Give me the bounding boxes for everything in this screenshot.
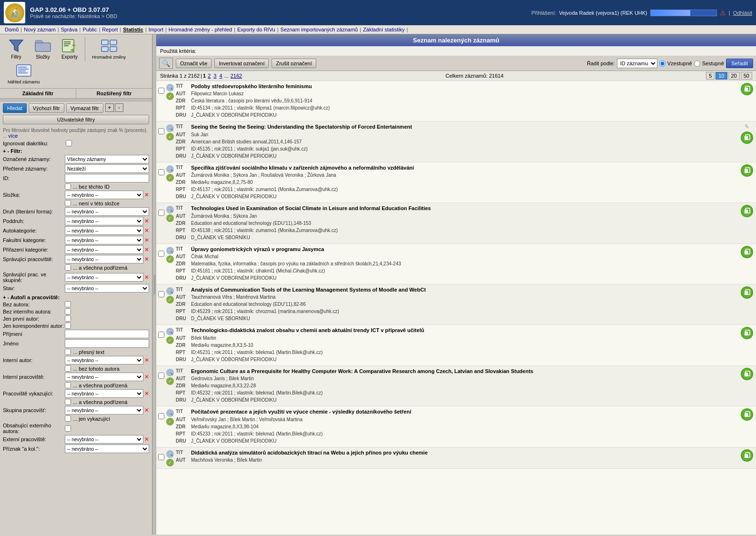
check-record-icon[interactable]: ✓ <box>166 296 174 303</box>
nav-hromadne-zmeny[interactable]: Hromadné změny - přehled <box>168 27 233 32</box>
check-record-icon[interactable]: ✓ <box>166 459 174 466</box>
spravujici-skupinu-clear-icon[interactable]: ✕ <box>144 274 149 281</box>
user-filter-button[interactable]: Uživatelské filtry <box>3 115 149 124</box>
copy-record-button[interactable] <box>741 246 753 258</box>
presny-text-checkbox[interactable] <box>65 349 71 355</box>
interni-pracoviste-clear-icon[interactable]: ✕ <box>144 374 149 380</box>
externi-pracoviste-select[interactable]: -- nevybráno -- <box>65 435 143 444</box>
bez-techto-id-checkbox[interactable] <box>65 183 71 190</box>
slozka-clear-icon[interactable]: ✕ <box>144 192 149 198</box>
page-last[interactable]: 2162 <box>230 73 243 79</box>
nav-novy-zaznam[interactable]: Nový záznam <box>23 27 57 32</box>
pracoviste-vykazujici-select[interactable]: -- nevybráno -- <box>65 389 143 398</box>
nav-import[interactable]: Import <box>148 27 164 32</box>
spravujici-pracoviste-select[interactable]: -- nevybráno -- <box>65 255 143 263</box>
nav-domu[interactable]: Domů <box>4 27 20 32</box>
page-1[interactable]: 1 <box>203 73 206 79</box>
select-all-button[interactable]: Označit vše <box>176 59 212 68</box>
interni-autor-select[interactable]: -- nevybráno -- <box>65 356 143 364</box>
skupina-pracoviste-select[interactable]: -- nevybráno -- <box>65 406 143 415</box>
interni-pracoviste-select[interactable]: -- nevybráno -- <box>65 373 143 381</box>
prirazeni-kategorie-clear-icon[interactable]: ✕ <box>144 246 149 253</box>
toolbar-nahled[interactable]: Náhled záznamu <box>3 61 45 86</box>
jmeno-input[interactable] <box>65 339 149 348</box>
invert-button[interactable]: Invertovat označení <box>214 59 269 68</box>
desc-radio[interactable] <box>694 61 700 67</box>
per-page-20[interactable]: 20 <box>728 72 740 80</box>
minus-button[interactable]: - <box>115 103 123 112</box>
stav-select[interactable]: -- nevybráno -- <box>65 284 149 293</box>
toolbar-slozky[interactable]: Složky <box>30 36 56 61</box>
nav-report[interactable]: Report <box>101 27 119 32</box>
jen-vykazujici-checkbox[interactable] <box>65 415 71 422</box>
spravujici-pracoviste-clear-icon[interactable]: ✕ <box>144 256 149 263</box>
search-record-icon[interactable]: 🔍 <box>166 84 174 91</box>
vsechna-podrizena-1-checkbox[interactable] <box>65 264 71 271</box>
interni-autor-clear-icon[interactable]: ✕ <box>144 357 149 364</box>
per-page-5[interactable]: 5 <box>706 72 715 80</box>
check-record-icon[interactable]: ✓ <box>166 418 174 425</box>
check-record-icon[interactable]: ✓ <box>166 133 174 141</box>
record-checkbox[interactable] <box>158 332 164 338</box>
nav-seznam-importovanych[interactable]: Seznam importovaných záznamů <box>280 27 359 32</box>
jen-prvni-autor-checkbox[interactable] <box>65 315 71 322</box>
search-record-icon[interactable]: 🔍 <box>166 328 174 335</box>
record-checkbox[interactable] <box>158 210 164 216</box>
zakladni-filtr-tab[interactable]: Základní filtr <box>0 89 76 98</box>
nav-sprava[interactable]: Správa <box>60 27 79 32</box>
toolbar-exporty[interactable]: Exporty <box>56 36 83 61</box>
spravujici-skupinu-select[interactable]: -- nevybráno -- <box>65 273 143 282</box>
check-record-icon[interactable]: ✓ <box>166 174 174 182</box>
record-checkbox[interactable] <box>158 291 164 297</box>
plus-button[interactable]: + <box>105 103 114 112</box>
asc-radio[interactable] <box>659 61 665 67</box>
search-record-icon[interactable]: 🔍 <box>166 409 174 417</box>
page-3[interactable]: 3 <box>212 73 217 79</box>
copy-record-button[interactable] <box>741 327 753 339</box>
check-record-icon[interactable]: ✓ <box>166 255 174 263</box>
copy-record-button[interactable] <box>741 368 753 380</box>
autokategorie-select[interactable]: -- nevybráno -- <box>65 226 143 235</box>
record-checkbox[interactable] <box>158 454 164 460</box>
skupina-pracoviste-clear-icon[interactable]: ✕ <box>144 407 149 414</box>
slozka-select[interactable]: -- nevybráno -- <box>65 191 143 199</box>
logout-button[interactable]: Odhlásit <box>733 10 752 16</box>
copy-record-button[interactable] <box>741 83 753 95</box>
check-record-icon[interactable]: ✓ <box>166 214 174 222</box>
poddruh-select[interactable]: -- nevybráno -- <box>65 217 143 225</box>
toolbar-hromadne[interactable]: Hromadné změny <box>87 37 131 61</box>
copy-record-button[interactable] <box>741 164 753 177</box>
prijmeni-input[interactable] <box>65 330 149 338</box>
default-filter-button[interactable]: Výchozí filtr <box>29 103 64 113</box>
deselect-button[interactable]: Zrušit označení <box>272 59 316 68</box>
prectene-select[interactable]: Nezáleží <box>65 164 149 173</box>
copy-record-button[interactable] <box>741 131 753 144</box>
record-checkbox[interactable] <box>158 169 164 175</box>
obsahujici-ext-autora-checkbox[interactable] <box>65 425 71 432</box>
per-page-50[interactable]: 50 <box>741 72 752 80</box>
fakultni-kategorie-clear-icon[interactable]: ✕ <box>144 237 149 243</box>
page-4[interactable]: 4 <box>218 73 223 79</box>
poddruh-clear-icon[interactable]: ✕ <box>144 218 149 224</box>
prirazeni-kategorie-select[interactable]: -- nevybráno -- <box>65 245 143 254</box>
priznak-a-kol-select[interactable]: -- nevybráno -- <box>65 445 149 453</box>
copy-record-button[interactable] <box>741 205 753 217</box>
check-record-icon[interactable]: ✓ <box>166 377 174 385</box>
pracoviste-vykazujici-clear-icon[interactable]: ✕ <box>144 390 149 397</box>
fakultni-kategorie-select[interactable]: -- nevybráno -- <box>65 236 143 244</box>
record-checkbox[interactable] <box>158 251 164 257</box>
oznacene-select[interactable]: Všechny záznamy <box>65 155 149 163</box>
filter-note-more[interactable]: více <box>8 133 18 139</box>
sort-button[interactable]: Seřadit <box>726 59 753 68</box>
nav-statistic[interactable]: Statistic <box>122 27 144 32</box>
search-record-icon[interactable]: 🔍 <box>166 165 174 173</box>
record-checkbox[interactable] <box>158 128 164 134</box>
panel-resizer[interactable] <box>152 34 156 535</box>
edit-icon[interactable]: ✎ <box>745 123 749 130</box>
vsechna-podrizena-2-checkbox[interactable] <box>65 382 71 388</box>
nav-zakladni-statistiky[interactable]: Základní statistiky <box>362 27 405 32</box>
check-record-icon[interactable]: ✓ <box>166 336 174 344</box>
page-2[interactable]: 2 <box>207 73 212 79</box>
record-checkbox[interactable] <box>158 413 164 419</box>
search-record-icon[interactable]: 🔍 <box>166 124 174 132</box>
